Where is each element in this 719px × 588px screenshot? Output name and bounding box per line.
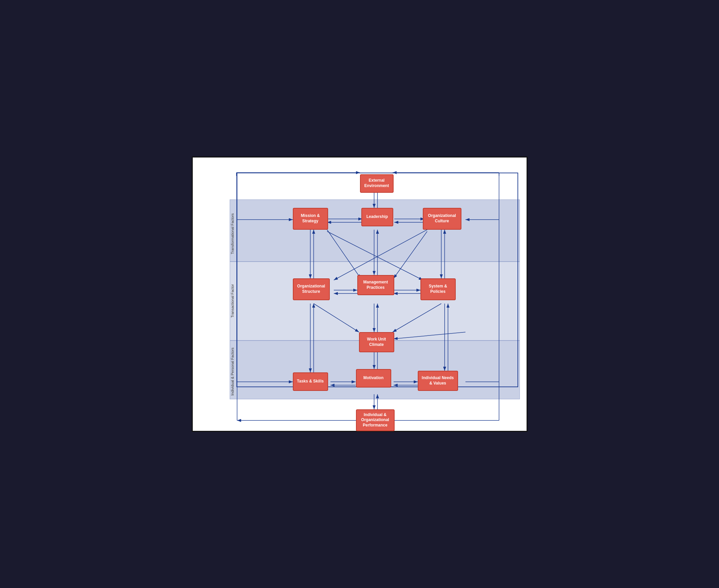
svg-line-28 <box>394 231 427 278</box>
svg-line-21 <box>314 303 359 332</box>
diagram-canvas: Transformational Factors Transactional F… <box>192 156 528 432</box>
svg-line-26 <box>327 231 423 280</box>
node-org-culture: Organizational Culture <box>423 208 461 230</box>
svg-line-24 <box>393 303 441 332</box>
node-external: External Environment <box>360 174 394 193</box>
node-system-policies: System & Policies <box>420 278 456 300</box>
node-mgmt-practices: Management Practices <box>357 275 394 295</box>
node-org-structure: Organizational Structure <box>293 278 330 300</box>
svg-line-25 <box>327 230 361 278</box>
svg-line-50 <box>394 332 465 339</box>
node-work-unit: Work Unit Climate <box>359 332 394 352</box>
node-mission: Mission & Strategy <box>293 208 328 230</box>
node-leadership: Leadership <box>361 208 393 226</box>
node-tasks-skills: Tasks & Skills <box>293 372 328 391</box>
node-performance: Individual & Organizational Performance <box>356 410 395 431</box>
svg-line-27 <box>334 230 427 280</box>
node-ind-needs: Individual Needs & Values <box>418 371 458 391</box>
node-motivation: Motivation <box>356 369 391 387</box>
diagram-area: Transformational Factors Transactional F… <box>210 164 520 424</box>
